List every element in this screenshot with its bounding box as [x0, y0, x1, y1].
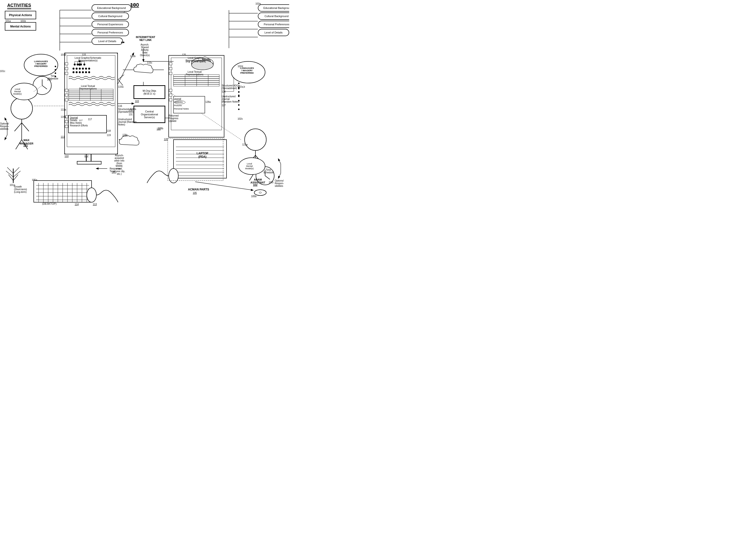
svg-rect-102 [169, 67, 172, 70]
svg-rect-152 [174, 96, 205, 113]
svg-point-118 [73, 68, 74, 70]
svg-point-174 [121, 42, 123, 43]
local-mental-right: LocalMentalModel(s) [241, 163, 258, 170]
svg-rect-99 [65, 121, 68, 123]
label-103: 103 [135, 100, 139, 102]
svg-rect-96 [65, 94, 68, 96]
svg-rect-106 [169, 99, 172, 101]
pill-edu-right-text: Educational Background [263, 6, 289, 9]
languages-left-text: LANGUAGES/ IMAGERYPREFERRED [26, 60, 55, 67]
svg-text:Personal Notes: Personal Notes [174, 108, 189, 110]
svg-rect-133 [69, 95, 113, 97]
svg-point-126 [79, 71, 81, 73]
svg-point-121 [82, 68, 84, 70]
svg-line-50 [278, 159, 281, 164]
pill-edu-left: Educational Background [91, 4, 131, 12]
svg-rect-97 [65, 99, 68, 101]
svg-point-114 [74, 64, 76, 66]
label-120: 120 [164, 138, 168, 141]
svg-point-188 [238, 91, 240, 93]
pill-prefs-left: Personal Preferences [91, 29, 129, 36]
svg-point-123 [88, 68, 90, 70]
languages-right-text: LANGUAGES/ IMAGERYPREFERRED [232, 67, 261, 74]
growth-label: Growth(Short-term)(Long-term) [14, 185, 27, 193]
label-115c: 115c [147, 61, 152, 64]
svg-rect-140 [174, 77, 219, 78]
svg-line-36 [14, 123, 22, 131]
svg-rect-104 [169, 89, 172, 91]
svg-point-34 [11, 97, 32, 119]
journal-item-117: Details 117 [70, 119, 105, 122]
textual-rep-label-left: Local Textual Representations [69, 85, 107, 90]
label-101o: Options/Respon-sibilities [0, 122, 13, 130]
label-128b: 128b [158, 127, 163, 130]
pill-personal-left: Personal Experiences [91, 21, 129, 28]
graphic-rep-label: Local Graphic/Schematic Representation(s… [69, 57, 107, 62]
svg-rect-132 [69, 93, 113, 95]
label-115b: 115b [130, 55, 135, 58]
svg-point-180 [238, 83, 240, 84]
dots-right2 [238, 87, 240, 102]
svg-line-68 [7, 167, 13, 173]
svg-point-186 [238, 108, 240, 110]
dots-indicator [121, 41, 125, 45]
laptop-label: LAPTOP (PDA) [190, 152, 214, 158]
pill-cult-left-text: Cultural Background [98, 15, 122, 18]
svg-rect-23 [171, 58, 222, 130]
svg-line-72 [8, 174, 13, 180]
svg-rect-22 [169, 55, 224, 137]
morg-box: M.Org.Objs (M.B.O.'s) [134, 85, 165, 99]
local-textual-right: Local Textual Representations [172, 71, 217, 76]
label-131: 131 [129, 113, 133, 116]
pill-cult-left: Cultural Background [91, 12, 129, 20]
local-mental-left: LocalMentalModel(s) [13, 88, 22, 95]
pill-prefs-right-text: Personal Preferences [264, 23, 289, 26]
pill-personal-left-text: Personal Experiences [97, 23, 123, 26]
structured-ados-left: Structured ADOs (Spreadsheet) [118, 108, 145, 113]
svg-line-69 [13, 167, 19, 173]
dots-left [54, 65, 57, 79]
svg-line-73 [13, 174, 18, 180]
main-diagram: Journal Weblinks Pictures Personal Notes [0, 0, 289, 218]
svg-point-158 [87, 188, 96, 202]
intermittent-label: INTERMITTENT NET LINK [134, 35, 157, 42]
label-101r: 101r [112, 171, 116, 174]
svg-point-159 [169, 168, 178, 183]
svg-line-54 [42, 85, 47, 89]
label-116a: 116a [61, 115, 66, 118]
svg-rect-134 [69, 97, 113, 99]
label-101c: 101c [0, 70, 5, 72]
svg-rect-100 [65, 125, 68, 128]
label-102e: 102e [256, 2, 261, 5]
label-127: 127 [222, 104, 226, 107]
svg-text:Weblinks: Weblinks [174, 101, 183, 103]
label-115: 115 [82, 54, 86, 56]
svg-point-128 [85, 71, 87, 73]
svg-rect-101 [169, 63, 172, 65]
pill-prefs-left-text: Personal Preferences [97, 31, 123, 34]
pill-edu-right: Educational Background [258, 4, 289, 12]
svg-rect-170 [168, 139, 223, 180]
time-schedule-right: TimeSchedule [263, 168, 273, 174]
label-101d: 101d [61, 54, 66, 56]
svg-point-40 [245, 129, 266, 151]
svg-rect-144 [174, 84, 219, 86]
svg-text:Journal: Journal [174, 97, 181, 100]
label-105: 105 [193, 192, 197, 194]
pill-cult-right: Cultural Background [258, 12, 289, 20]
svg-line-165 [118, 79, 123, 85]
asynch-label: Asynch. Shared Activity Data Object(s) [134, 43, 156, 57]
svg-rect-103 [169, 72, 172, 75]
svg-point-117 [83, 64, 85, 66]
svg-line-48 [5, 135, 7, 140]
svg-point-187 [238, 88, 240, 89]
pill-level-left-text: Level of Details [98, 40, 116, 43]
svg-point-107 [78, 63, 81, 66]
returned-label: Returned Progress Update [169, 114, 179, 122]
pill-level-left: Level of Details [91, 37, 123, 45]
cloud-115c [133, 62, 154, 78]
svg-line-51 [278, 173, 281, 178]
label-111: 111 [61, 136, 65, 138]
pill-level-right: Level of Details [258, 29, 289, 36]
svg-point-122 [85, 68, 87, 70]
